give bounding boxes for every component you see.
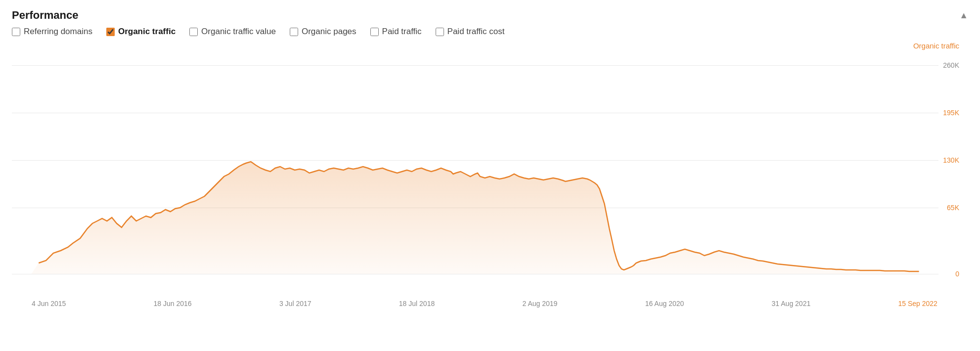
x-label-aug2021: 31 Aug 2021 bbox=[772, 300, 811, 307]
x-label-jun2015: 4 Jun 2015 bbox=[32, 300, 66, 307]
checkbox-paid-traffic[interactable]: Paid traffic bbox=[370, 27, 422, 37]
checkbox-referring-domains[interactable]: Referring domains bbox=[12, 27, 92, 37]
checkbox-label-paid-traffic: Paid traffic bbox=[382, 27, 422, 37]
checkbox-label-paid-traffic-cost: Paid traffic cost bbox=[447, 27, 505, 37]
x-axis-labels: 4 Jun 2015 18 Jun 2016 3 Jul 2017 18 Jul… bbox=[12, 300, 968, 307]
metrics-filter-row: Referring domains Organic traffic Organi… bbox=[12, 27, 968, 37]
checkbox-input-organic-traffic-value[interactable] bbox=[189, 28, 198, 36]
x-label-jul2017: 3 Jul 2017 bbox=[279, 300, 312, 307]
checkbox-organic-pages[interactable]: Organic pages bbox=[290, 27, 356, 37]
checkbox-input-paid-traffic[interactable] bbox=[370, 28, 379, 36]
checkbox-label-referring-domains: Referring domains bbox=[24, 27, 92, 37]
checkbox-input-referring-domains[interactable] bbox=[12, 28, 20, 36]
checkbox-paid-traffic-cost[interactable]: Paid traffic cost bbox=[436, 27, 505, 37]
x-label-aug2020: 16 Aug 2020 bbox=[645, 300, 684, 307]
panel-header: Performance ▲ bbox=[12, 9, 968, 22]
checkbox-input-organic-pages[interactable] bbox=[290, 28, 298, 36]
checkbox-organic-traffic-value[interactable]: Organic traffic value bbox=[189, 27, 276, 37]
checkbox-label-organic-traffic-value: Organic traffic value bbox=[201, 27, 276, 37]
panel-title: Performance bbox=[12, 9, 79, 22]
checkbox-label-organic-pages: Organic pages bbox=[302, 27, 356, 37]
performance-panel: Performance ▲ Referring domains Organic … bbox=[0, 0, 980, 312]
checkbox-label-organic-traffic: Organic traffic bbox=[118, 27, 176, 37]
y-label-0: 0 bbox=[955, 270, 959, 278]
checkbox-input-paid-traffic-cost[interactable] bbox=[436, 28, 444, 36]
checkbox-organic-traffic[interactable]: Organic traffic bbox=[106, 27, 176, 37]
x-label-jun2016: 18 Jun 2016 bbox=[154, 300, 192, 307]
y-label-65k: 65K bbox=[947, 204, 959, 212]
y-label-195k: 195K bbox=[943, 109, 959, 117]
performance-chart bbox=[12, 45, 938, 288]
checkbox-input-organic-traffic[interactable] bbox=[106, 28, 115, 36]
chart-area-fill bbox=[31, 162, 919, 274]
x-label-aug2019: 2 Aug 2019 bbox=[523, 300, 558, 307]
x-label-sep2022: 15 Sep 2022 bbox=[898, 300, 937, 307]
chart-area: Organic traffic 260K 195K 130K 65K 0 bbox=[12, 45, 968, 307]
x-label-jul2018: 18 Jul 2018 bbox=[399, 300, 435, 307]
y-label-260k: 260K bbox=[943, 61, 959, 69]
y-label-130k: 130K bbox=[943, 156, 959, 164]
collapse-button[interactable]: ▲ bbox=[959, 10, 968, 21]
